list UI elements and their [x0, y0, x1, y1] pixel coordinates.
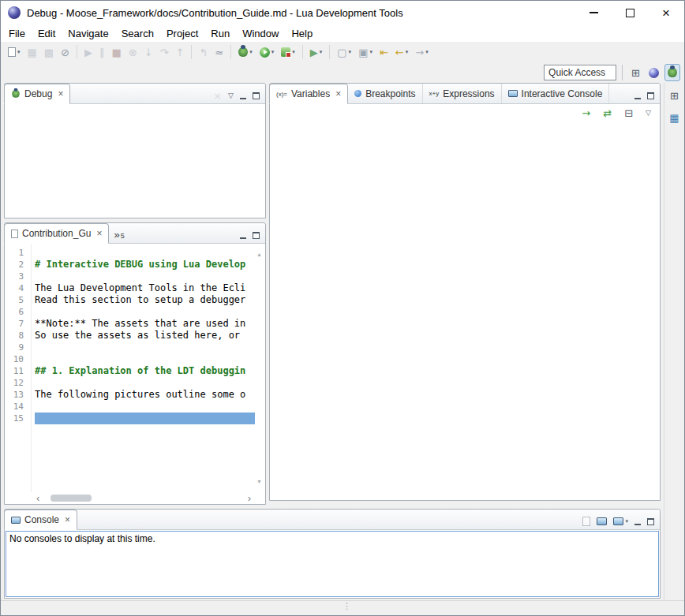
sash-grip-icon[interactable]: ⋮: [342, 601, 351, 611]
search-button[interactable]: ▣▾: [355, 43, 376, 61]
horizontal-scrollbar[interactable]: ‹ ›: [5, 492, 265, 504]
save-button[interactable]: ▦: [24, 43, 40, 61]
line-number: 13: [5, 389, 24, 401]
toolbar-separator: [77, 45, 77, 59]
close-tab-icon[interactable]: ×: [335, 89, 341, 99]
external-tools-button[interactable]: ▶▾: [307, 43, 326, 61]
disconnect-button[interactable]: ⊗: [125, 43, 140, 61]
collapse-all-button[interactable]: ⊟: [622, 106, 635, 120]
close-tab-icon[interactable]: ×: [96, 229, 102, 238]
menu-run[interactable]: Run: [204, 26, 236, 41]
minimize-view-button[interactable]: [237, 88, 249, 103]
minimize-editor-button[interactable]: [237, 227, 249, 243]
tab-label: Variables: [291, 88, 330, 99]
terminate-button[interactable]: ■: [109, 43, 125, 61]
code-line: # Interactive DEBUG using Lua Develop: [35, 259, 255, 271]
close-tab-icon[interactable]: ×: [65, 515, 70, 525]
last-edit-location-button[interactable]: ⇤: [376, 43, 391, 61]
display-selected-console-button[interactable]: [593, 513, 610, 529]
open-console-button[interactable]: ▾: [610, 513, 631, 529]
back-button[interactable]: ←▾: [392, 43, 411, 61]
resume-button[interactable]: ▶: [81, 43, 95, 61]
editor-tab-overflow[interactable]: »5: [109, 230, 129, 243]
minimize-window-button[interactable]: [575, 1, 612, 24]
skip-all-breakpoints-button[interactable]: ⊘: [58, 43, 73, 61]
code-area[interactable]: # Interactive DEBUG using Lua DevelopThe…: [32, 244, 255, 492]
variables-icon: (x)=: [276, 91, 287, 98]
close-tab-icon[interactable]: ×: [58, 89, 63, 99]
code-line: The Lua Development Tools in the Ecli: [35, 282, 255, 294]
step-return-button[interactable]: ↑: [173, 43, 188, 61]
show-type-names-button[interactable]: →: [579, 106, 593, 120]
maximize-view-button[interactable]: [249, 88, 263, 103]
minimize-view-button[interactable]: [631, 513, 644, 529]
editor-area[interactable]: 123456789101112131415 # Interactive DEBU…: [5, 244, 265, 492]
menu-edit[interactable]: Edit: [32, 26, 62, 41]
drop-to-frame-button[interactable]: ↰: [196, 43, 211, 61]
vertical-scrollbar[interactable]: ▲ ▼: [255, 244, 265, 492]
minimize-view-button[interactable]: [631, 88, 644, 103]
menu-project[interactable]: Project: [160, 26, 204, 41]
maximize-view-icon: [647, 518, 654, 525]
step-into-button[interactable]: ↓: [141, 43, 156, 61]
minimized-palette-button[interactable]: ▦: [666, 110, 682, 125]
maximize-window-button[interactable]: [612, 1, 648, 24]
console-content: No consoles to display at this time.: [6, 531, 659, 597]
menu-help[interactable]: Help: [285, 26, 319, 41]
line-number-ruler: 123456789101112131415: [5, 244, 32, 492]
menu-search[interactable]: Search: [115, 26, 160, 41]
debug-button[interactable]: ▾: [235, 43, 256, 61]
step-over-button[interactable]: ↷: [157, 43, 172, 61]
tab-expressions[interactable]: x+yExpressions: [423, 84, 502, 103]
open-console-page-button[interactable]: [579, 513, 593, 529]
menu-bar: FileEditNavigateSearchProjectRunWindowHe…: [1, 24, 684, 42]
debug-view-content[interactable]: [5, 104, 265, 218]
window-title: Debug - Moose_Framework/docs/Contributio…: [27, 7, 403, 19]
toolbar-separator: [230, 45, 231, 59]
scrollbar-track[interactable]: [43, 494, 244, 502]
tab-label: Breakpoints: [365, 88, 415, 99]
show-logical-structures-button[interactable]: ⇄: [601, 106, 614, 120]
terminate-icon: ■: [112, 47, 122, 58]
toolbar-separator: [302, 45, 303, 59]
run-button[interactable]: ▾: [256, 43, 278, 61]
maximize-view-button[interactable]: [644, 513, 657, 529]
new-wizard-button[interactable]: ▾: [5, 43, 24, 61]
scroll-left-icon[interactable]: ‹: [33, 493, 43, 503]
ldt-perspective-button[interactable]: [646, 64, 662, 81]
maximize-editor-button[interactable]: [249, 227, 263, 243]
use-step-filters-button[interactable]: ≈: [211, 43, 226, 61]
menu-window[interactable]: Window: [236, 26, 285, 41]
tab-interactive-console[interactable]: Interactive Console: [502, 84, 610, 103]
open-type-button[interactable]: ▢▾: [334, 43, 354, 61]
save-all-button[interactable]: ▩: [41, 43, 57, 61]
restore-views-button[interactable]: ⊞: [667, 88, 682, 103]
forward-button[interactable]: →▾: [412, 43, 431, 61]
menu-navigate[interactable]: Navigate: [62, 26, 114, 41]
tab-breakpoints[interactable]: Breakpoints: [348, 84, 422, 103]
close-window-button[interactable]: ×: [648, 1, 684, 24]
maximize-view-button[interactable]: [644, 88, 657, 103]
tab-contribution-guide[interactable]: Contribution_Gu ×: [4, 223, 109, 244]
suspend-button[interactable]: ‖: [96, 43, 108, 61]
scroll-down-icon[interactable]: ▼: [256, 479, 262, 484]
view-menu-button[interactable]: ▽: [225, 88, 237, 103]
scroll-up-icon[interactable]: ▲: [256, 252, 262, 257]
scroll-right-icon[interactable]: ›: [245, 493, 254, 503]
debug-perspective-button[interactable]: [664, 64, 680, 81]
tab-variables[interactable]: (x)=Variables×: [269, 84, 348, 104]
view-menu-button[interactable]: ▽: [643, 106, 653, 120]
tab-debug[interactable]: Debug ×: [4, 84, 70, 104]
run-icon: [260, 47, 270, 58]
menu-file[interactable]: File: [2, 26, 32, 41]
tab-label: Console: [24, 514, 59, 525]
coverage-button[interactable]: ▾: [278, 43, 298, 61]
code-line: ## 1. Explanation of the LDT debuggin: [35, 365, 255, 377]
remove-all-terminated-button[interactable]: ×: [210, 88, 225, 103]
toolbar-separator: [191, 45, 192, 59]
tab-console[interactable]: Console ×: [4, 510, 77, 530]
line-number: 11: [5, 365, 24, 377]
scrollbar-thumb[interactable]: [51, 495, 92, 502]
quick-access-input[interactable]: [544, 65, 616, 80]
open-perspective-button[interactable]: ⊞: [628, 64, 643, 81]
